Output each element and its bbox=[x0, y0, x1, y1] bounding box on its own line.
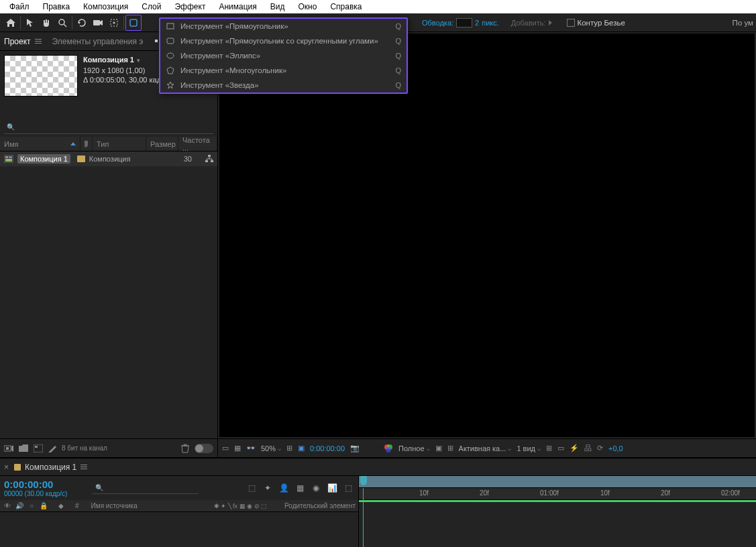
col-source-name[interactable]: Имя источника bbox=[91, 502, 138, 509]
hand-tool[interactable] bbox=[38, 15, 54, 31]
col-type[interactable]: Тип bbox=[93, 137, 146, 151]
hamburger-icon[interactable] bbox=[35, 39, 42, 44]
ellipse-icon bbox=[166, 52, 175, 60]
menu-help[interactable]: Справка bbox=[323, 1, 368, 13]
audio-icon[interactable]: 🔊 bbox=[15, 502, 24, 509]
resolution-dropdown[interactable]: Полное bbox=[398, 444, 430, 452]
project-footer: 8 бит на канал bbox=[0, 438, 217, 457]
viewer-time[interactable]: 0:00:00:00 bbox=[310, 444, 345, 452]
menu-view[interactable]: Вид bbox=[264, 1, 292, 13]
col-rate[interactable]: Частота ... bbox=[178, 137, 217, 151]
composition-name[interactable]: Композиция 1 bbox=[83, 55, 161, 66]
flyout-star[interactable]: Инструмент «Звезда» Q bbox=[160, 78, 407, 93]
menu-composition[interactable]: Композиция bbox=[76, 1, 135, 13]
shy-icon[interactable]: 👤 bbox=[278, 482, 290, 494]
viewer-canvas[interactable] bbox=[219, 34, 755, 437]
hamburger-icon[interactable] bbox=[80, 465, 87, 469]
motion-blur-icon[interactable]: ◉ bbox=[310, 482, 322, 494]
timeline-icon[interactable]: 品 bbox=[584, 443, 592, 453]
video-eye-icon[interactable]: 👁 bbox=[3, 502, 12, 509]
menu-file[interactable]: Файл bbox=[3, 1, 36, 13]
project-search[interactable]: 🔍 bbox=[4, 121, 213, 134]
frame-blend-icon[interactable]: ▦ bbox=[294, 482, 306, 494]
navigator-range[interactable] bbox=[359, 476, 756, 487]
menu-layer[interactable]: Слой bbox=[135, 1, 168, 13]
refresh-icon[interactable]: ⟳ bbox=[597, 444, 603, 452]
orbit-tool[interactable] bbox=[74, 15, 90, 31]
draft3d-icon[interactable]: ✦ bbox=[262, 482, 274, 494]
menu-window[interactable]: Окно bbox=[291, 1, 323, 13]
timeline-tab[interactable]: Композиция 1 bbox=[14, 463, 87, 472]
bezier-checkbox[interactable] bbox=[567, 19, 575, 27]
exposure-value[interactable]: +0,0 bbox=[608, 444, 623, 452]
tab-project[interactable]: Проект bbox=[4, 37, 42, 46]
tab-effect-controls[interactable]: Элементы управления э bbox=[52, 37, 144, 46]
lock-icon[interactable]: 🔒 bbox=[39, 502, 48, 509]
composition-thumbnail[interactable] bbox=[4, 55, 78, 97]
adjust-icon[interactable] bbox=[48, 444, 56, 452]
shape-tool[interactable] bbox=[125, 15, 142, 31]
trash-icon[interactable] bbox=[181, 444, 189, 453]
col-size[interactable]: Размер bbox=[146, 137, 178, 151]
pixel-aspect-icon[interactable]: ▭ bbox=[557, 444, 564, 452]
zoom-dropdown[interactable]: 50% bbox=[261, 444, 281, 452]
stroke-unit: пикс. bbox=[482, 19, 499, 27]
grid-icon[interactable]: ▦ bbox=[234, 444, 241, 452]
camera-dropdown[interactable]: Активная ка... bbox=[459, 444, 512, 452]
new-folder-icon[interactable] bbox=[19, 444, 28, 452]
stroke-color-swatch[interactable] bbox=[456, 18, 472, 27]
project-search-input[interactable] bbox=[17, 123, 211, 131]
label-column-icon[interactable]: ◆ bbox=[56, 502, 66, 509]
home-tool[interactable] bbox=[3, 15, 19, 31]
divider bbox=[72, 16, 72, 29]
brainstorm-icon[interactable]: ⬚ bbox=[342, 482, 354, 494]
work-area-bar[interactable] bbox=[359, 500, 756, 502]
timeline-search[interactable]: 🔍 bbox=[93, 482, 199, 494]
flowchart-icon[interactable] bbox=[205, 155, 213, 163]
solo-icon[interactable]: ○ bbox=[27, 502, 36, 509]
col-parent[interactable]: Родительский элемент bbox=[284, 502, 356, 509]
fast-preview-icon[interactable]: ⚡ bbox=[570, 444, 579, 452]
stroke-width-value[interactable]: 2 bbox=[475, 19, 479, 27]
timeline-right[interactable]: 10f 20f 01:00f 10f 20f 02:00f bbox=[359, 476, 756, 547]
menu-effect[interactable]: Эффект bbox=[168, 1, 212, 13]
bit-depth[interactable]: 8 бит на канал bbox=[62, 444, 107, 452]
zoom-tool[interactable] bbox=[54, 15, 70, 31]
add-arrow-icon[interactable] bbox=[549, 20, 552, 25]
magnify-icon[interactable]: ▭ bbox=[222, 444, 229, 452]
menu-animation[interactable]: Анимация bbox=[212, 1, 263, 13]
close-tab-icon[interactable]: × bbox=[4, 463, 9, 472]
new-comp-icon[interactable] bbox=[34, 444, 43, 452]
view-layout-icon[interactable]: ⊞ bbox=[546, 444, 552, 452]
selection-tool[interactable] bbox=[22, 15, 38, 31]
mask-icon[interactable]: 👓 bbox=[246, 444, 256, 452]
camera-tool[interactable] bbox=[90, 15, 106, 31]
flyout-ellipse[interactable]: Инструмент «Эллипс» Q bbox=[160, 48, 407, 63]
snapshot-icon[interactable]: 📷 bbox=[350, 444, 360, 452]
flyout-polygon[interactable]: Инструмент «Многоугольник» Q bbox=[160, 63, 407, 78]
bezier-label: Контур Безье bbox=[578, 19, 625, 27]
anchor-tool[interactable] bbox=[106, 15, 122, 31]
channel-icon[interactable]: ⊞ bbox=[286, 444, 292, 452]
col-name[interactable]: Имя bbox=[0, 137, 80, 151]
views-dropdown[interactable]: 1 вид bbox=[517, 444, 541, 452]
timeline-time[interactable]: 0:00:00:00 bbox=[4, 479, 67, 490]
flyout-rounded-rectangle[interactable]: Инструмент «Прямоугольник со скругленным… bbox=[160, 34, 407, 48]
timeline-search-input[interactable] bbox=[103, 484, 196, 492]
menu-edit[interactable]: Правка bbox=[36, 1, 77, 13]
guide-icon[interactable]: ⊞ bbox=[447, 444, 453, 452]
transparency-icon[interactable]: ▣ bbox=[298, 444, 305, 452]
navigator-playhead[interactable] bbox=[360, 476, 367, 485]
roi-icon[interactable]: ▣ bbox=[435, 444, 442, 452]
project-item-row[interactable]: Композиция 1 Композиция 30 bbox=[0, 151, 217, 166]
color-management-icon[interactable] bbox=[384, 444, 393, 453]
graph-editor-icon[interactable]: 📊 bbox=[326, 482, 338, 494]
col-label[interactable] bbox=[80, 137, 93, 151]
comp-mini-flowchart-icon[interactable]: ⬚ bbox=[246, 482, 258, 494]
timeline-navigator[interactable] bbox=[359, 476, 756, 488]
item-name[interactable]: Композиция 1 bbox=[17, 154, 70, 164]
timeline-ruler[interactable]: 10f 20f 01:00f 10f 20f 02:00f bbox=[359, 488, 756, 500]
flyout-rectangle[interactable]: Инструмент «Прямоугольник» Q bbox=[160, 19, 407, 34]
toggle-switch[interactable] bbox=[195, 444, 213, 453]
interpret-icon[interactable] bbox=[4, 444, 13, 452]
